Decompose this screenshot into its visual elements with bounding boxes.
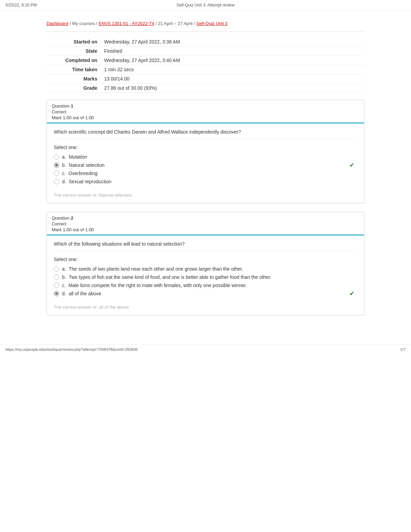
top-bar-title: Self-Quiz Unit 3: Attempt review bbox=[139, 3, 272, 8]
correct-answer-2: The correct answer is: all of the above bbox=[54, 303, 357, 310]
radio-inner-2-3 bbox=[55, 292, 58, 295]
option-text-1-1: Natural selection bbox=[69, 162, 104, 168]
info-marks-value: 13.00/14.00 bbox=[101, 74, 364, 84]
question-text-2: Which of the following situations will l… bbox=[54, 241, 357, 251]
option-text-1-0: Mutation bbox=[69, 154, 87, 160]
breadcrumb-sep2: / bbox=[96, 21, 99, 26]
option-item-1-3: d.Sexual reproduction bbox=[54, 177, 357, 186]
info-row-started: Started on Wednesday, 27 April 2022, 3:3… bbox=[47, 37, 364, 47]
breadcrumb-mycourses: My courses bbox=[72, 21, 95, 26]
radio-outer-2-2 bbox=[54, 283, 59, 288]
radio-outer-1-1 bbox=[54, 162, 59, 168]
option-item-2-3: d.all of the above✔ bbox=[54, 289, 357, 298]
footer-url: https://my.uopeople.edu/mod/quiz/review.… bbox=[5, 347, 138, 351]
radio-outer-1-0 bbox=[54, 154, 59, 160]
info-state-label: State bbox=[47, 47, 101, 56]
radio-outer-2-3 bbox=[54, 291, 59, 296]
question-label-1: Question 1 bbox=[52, 103, 359, 109]
footer-bar: https://my.uopeople.edu/mod/quiz/review.… bbox=[0, 344, 411, 354]
breadcrumb-period: 21 April – 27 April bbox=[158, 21, 192, 26]
option-letter-1-2: c. bbox=[62, 171, 66, 176]
info-completed-label: Completed on bbox=[47, 56, 101, 65]
breadcrumb-sep3: / bbox=[155, 21, 158, 26]
option-letter-1-0: a. bbox=[62, 154, 66, 160]
option-item-1-2: c.Overbreeding bbox=[54, 169, 357, 177]
option-item-1-1: b.Natural selection✔ bbox=[54, 161, 357, 169]
radio-outer-1-3 bbox=[54, 179, 59, 184]
info-timetaken-value: 1 min 32 secs bbox=[101, 65, 364, 74]
option-text-1-2: Overbreeding bbox=[68, 171, 98, 176]
radio-inner-1-1 bbox=[55, 164, 58, 166]
options-list-1: a.Mutationb.Natural selection✔c.Overbree… bbox=[54, 153, 357, 186]
info-row-marks: Marks 13.00/14.00 bbox=[47, 74, 364, 84]
option-text-2-2: Male lions compete for the right to mate… bbox=[68, 283, 247, 288]
main-content: Dashboard / My courses / ENVS 1301-01 - … bbox=[41, 11, 370, 331]
option-item-1-0: a.Mutation bbox=[54, 153, 357, 161]
info-timetaken-label: Time taken bbox=[47, 65, 101, 74]
radio-outer-1-2 bbox=[54, 171, 59, 176]
info-completed-value: Wednesday, 27 April 2022, 3:40 AM bbox=[101, 56, 364, 65]
info-row-timetaken: Time taken 1 min 32 secs bbox=[47, 65, 364, 74]
info-row-state: State Finished bbox=[47, 47, 364, 56]
question-text-1: Which scientific concept did Charles Dar… bbox=[54, 129, 357, 139]
question-header-1: Question 1 Correct Mark 1.00 out of 1.00 bbox=[47, 100, 364, 122]
question-header-2: Question 2 Correct Mark 1.00 out of 1.00 bbox=[47, 212, 364, 234]
breadcrumb-quiz[interactable]: Self-Quiz Unit 3 bbox=[196, 21, 227, 26]
question-label-2: Question 2 bbox=[52, 215, 359, 221]
option-text-1-3: Sexual reproduction bbox=[69, 179, 112, 184]
option-letter-2-1: b. bbox=[62, 274, 66, 280]
correct-answer-1: The correct answer is: Natural selection bbox=[54, 191, 357, 198]
select-one-label-1: Select one: bbox=[54, 145, 357, 150]
select-one-label-2: Select one: bbox=[54, 257, 357, 262]
question-status-2: Correct bbox=[52, 221, 359, 226]
info-row-completed: Completed on Wednesday, 27 April 2022, 3… bbox=[47, 56, 364, 65]
option-item-2-0: a.The seeds of two plants land near each… bbox=[54, 265, 357, 273]
options-list-2: a.The seeds of two plants land near each… bbox=[54, 265, 357, 298]
option-item-2-2: c.Male lions compete for the right to ma… bbox=[54, 281, 357, 289]
option-text-2-3: all of the above bbox=[69, 291, 101, 296]
question-body-2: Which of the following situations will l… bbox=[47, 236, 364, 315]
question-mark-1: Mark 1.00 out of 1.00 bbox=[52, 115, 359, 120]
footer-page: 1/7 bbox=[400, 347, 406, 351]
info-grade-value: 27.86 out of 30.00 (93%) bbox=[101, 84, 364, 93]
top-bar: 5/25/22, 8:20 PM Self-Quiz Unit 3: Attem… bbox=[0, 0, 411, 11]
option-letter-2-2: c. bbox=[62, 283, 66, 288]
radio-outer-2-1 bbox=[54, 274, 59, 280]
question-status-1: Correct bbox=[52, 109, 359, 114]
info-started-value: Wednesday, 27 April 2022, 3:38 AM bbox=[101, 37, 364, 47]
option-text-2-0: The seeds of two plants land near each o… bbox=[69, 266, 243, 272]
quiz-info-table: Started on Wednesday, 27 April 2022, 3:3… bbox=[47, 37, 364, 93]
option-letter-1-3: d. bbox=[62, 179, 66, 184]
question-body-1: Which scientific concept did Charles Dar… bbox=[47, 124, 364, 203]
info-grade-label: Grade bbox=[47, 84, 101, 93]
breadcrumb-course[interactable]: ENVS 1301-01 - AY2022-T4 bbox=[99, 21, 154, 26]
question-mark-2: Mark 1.00 out of 1.00 bbox=[52, 227, 359, 232]
option-item-2-1: b.Two types of fish eat the same kind of… bbox=[54, 273, 357, 281]
check-icon-2-3: ✔ bbox=[349, 290, 354, 297]
option-text-2-1: Two types of fish eat the same kind of f… bbox=[69, 274, 272, 280]
top-bar-datetime: 5/25/22, 8:20 PM bbox=[5, 3, 139, 8]
breadcrumb: Dashboard / My courses / ENVS 1301-01 - … bbox=[47, 17, 364, 32]
info-state-value: Finished bbox=[101, 47, 364, 56]
question-block-2: Question 2 Correct Mark 1.00 out of 1.00… bbox=[47, 212, 364, 316]
info-marks-label: Marks bbox=[47, 74, 101, 84]
radio-outer-2-0 bbox=[54, 266, 59, 272]
check-icon-1-1: ✔ bbox=[349, 161, 354, 169]
breadcrumb-sep4: / bbox=[194, 21, 196, 26]
info-started-label: Started on bbox=[47, 37, 101, 47]
info-row-grade: Grade 27.86 out of 30.00 (93%) bbox=[47, 84, 364, 93]
breadcrumb-dashboard[interactable]: Dashboard bbox=[47, 21, 68, 26]
questions-container: Question 1 Correct Mark 1.00 out of 1.00… bbox=[47, 100, 364, 316]
option-letter-2-3: d. bbox=[62, 291, 66, 296]
option-letter-2-0: a. bbox=[62, 266, 66, 272]
question-block-1: Question 1 Correct Mark 1.00 out of 1.00… bbox=[47, 100, 364, 203]
option-letter-1-1: b. bbox=[62, 162, 66, 168]
